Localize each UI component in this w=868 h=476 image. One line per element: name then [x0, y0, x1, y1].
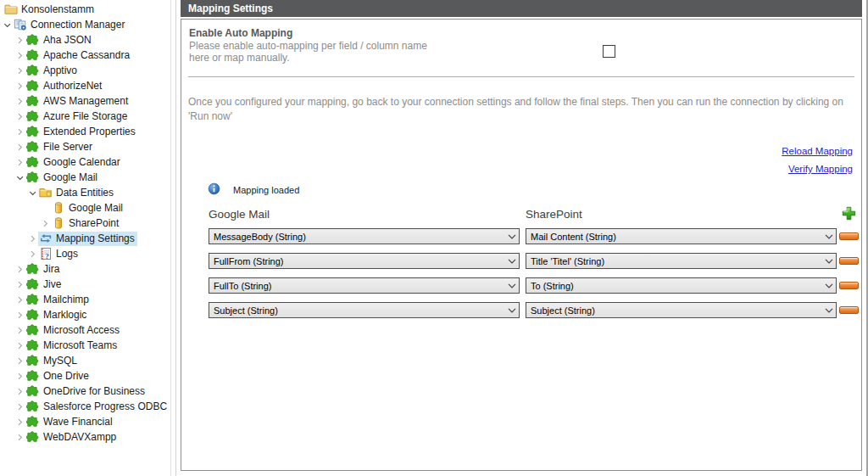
chevron-right-icon[interactable] — [14, 371, 25, 382]
sidebar-item-google-mail[interactable]: Google Mail — [0, 170, 170, 185]
connector-icon — [26, 415, 40, 428]
sidebar-item-logs[interactable]: Logs — [0, 246, 170, 261]
sidebar-item-mysql[interactable]: MySQL — [0, 353, 170, 368]
sidebar-item-label: Jira — [42, 262, 62, 277]
sidebar-item-wave-financial[interactable]: Wave Financial — [0, 414, 170, 429]
sidebar-item-onedrive-for-business[interactable]: OneDrive for Business — [0, 384, 170, 399]
chevron-right-icon[interactable] — [14, 386, 25, 397]
add-mapping-button[interactable] — [842, 206, 856, 221]
connector-icon — [26, 125, 40, 138]
sidebar-item-label: AuthorizeNet — [42, 79, 104, 93]
sidebar-item-azure-file-storage[interactable]: Azure File Storage — [0, 109, 170, 124]
verify-mapping-link[interactable]: Verify Mapping — [788, 164, 853, 174]
sidebar-item-konsolenstamm[interactable]: Konsolenstamm — [0, 2, 170, 17]
sidebar-item-mapping-settings[interactable]: Mapping Settings — [0, 231, 170, 246]
sidebar-item-label: Google Mail — [42, 171, 100, 185]
chevron-right-icon[interactable] — [14, 96, 25, 107]
sidebar-item-jira[interactable]: Jira — [0, 261, 170, 277]
sidebar-item-data-entities[interactable]: Data Entities — [0, 185, 170, 200]
target-field-dropdown[interactable]: Title 'Titel' (String) — [526, 253, 837, 269]
chevron-right-icon[interactable] — [14, 142, 25, 153]
sidebar-item-connection-manager[interactable]: Connection Manager — [0, 17, 170, 32]
source-field-dropdown[interactable]: MessageBody (String) — [209, 228, 520, 244]
panel-splitter[interactable] — [175, 0, 176, 476]
mapping-settings-panel: Mapping Settings Enable Auto Mapping Ple… — [181, 0, 862, 476]
chevron-right-icon[interactable] — [14, 325, 25, 336]
chevron-right-icon[interactable] — [14, 264, 25, 275]
target-field-dropdown[interactable]: Subject (String) — [526, 302, 837, 318]
sidebar-item-label: Extended Properties — [42, 125, 138, 139]
sidebar-item-apptivo[interactable]: Apptivo — [0, 63, 170, 78]
chevron-right-icon[interactable] — [14, 310, 25, 321]
chevron-right-icon[interactable] — [14, 35, 25, 46]
sidebar-item-aws-management[interactable]: AWS Management — [0, 93, 170, 109]
sidebar-item-aha-json[interactable]: Aha JSON — [0, 32, 170, 48]
chevron-right-icon[interactable] — [14, 126, 25, 137]
sidebar-item-extended-properties[interactable]: Extended Properties — [0, 124, 170, 139]
sidebar-item-google-calendar[interactable]: Google Calendar — [0, 154, 170, 170]
source-field-dropdown[interactable]: FullTo (String) — [209, 277, 520, 294]
chevron-down-icon — [822, 283, 836, 288]
sidebar-item-salesforce-progress-odbc[interactable]: Salesforce Progress ODBC — [0, 399, 170, 414]
remove-mapping-button[interactable] — [839, 257, 859, 265]
connector-icon — [26, 140, 40, 154]
dropdown-value: Title 'Titel' (String) — [526, 256, 822, 266]
chevron-down-icon[interactable] — [27, 188, 38, 199]
chevron-right-icon[interactable] — [14, 50, 25, 61]
auto-mapping-checkbox[interactable] — [603, 45, 615, 58]
sidebar-item-file-server[interactable]: File Server — [0, 139, 170, 154]
chevron-right-icon[interactable] — [14, 157, 25, 168]
chevron-right-icon[interactable] — [14, 432, 25, 443]
remove-mapping-button[interactable] — [839, 282, 859, 289]
chevron-right-icon[interactable] — [14, 294, 25, 305]
source-field-dropdown[interactable]: Subject (String) — [209, 302, 520, 318]
sidebar-item-label: Jive — [42, 277, 64, 292]
auto-mapping-title: Enable Auto Mapping — [189, 27, 292, 39]
chevron-right-icon[interactable] — [14, 111, 25, 122]
connector-icon — [26, 171, 40, 184]
remove-mapping-button[interactable] — [839, 306, 859, 314]
chevron-right-icon[interactable] — [14, 340, 25, 351]
sidebar-item-label: AWS Management — [42, 94, 131, 109]
target-column-header: SharePoint — [526, 208, 582, 221]
info-icon — [208, 182, 220, 195]
chevron-right-icon[interactable] — [27, 233, 38, 244]
dropdown-value: Subject (String) — [526, 305, 822, 316]
connector-icon — [26, 94, 40, 108]
sidebar-item-apache-cassandra[interactable]: Apache Cassandra — [0, 48, 170, 63]
remove-mapping-button[interactable] — [839, 232, 859, 240]
target-field-dropdown[interactable]: Mail Content (String) — [526, 228, 837, 244]
reload-mapping-link[interactable]: Reload Mapping — [782, 146, 853, 156]
source-field-dropdown[interactable]: FullFrom (String) — [209, 253, 520, 269]
chevron-right-icon[interactable] — [14, 279, 25, 290]
chevron-right-icon[interactable] — [14, 401, 25, 412]
chevron-right-icon[interactable] — [14, 356, 25, 367]
connector-icon — [26, 339, 40, 352]
connector-icon — [26, 64, 40, 77]
connector-icon — [26, 308, 40, 322]
sidebar-item-entity-google-mail[interactable]: Google Mail — [0, 200, 170, 216]
sidebar-item-jive[interactable]: Jive — [0, 277, 170, 292]
sidebar-item-webdavxampp[interactable]: WebDAVXampp — [0, 429, 170, 445]
sidebar-item-label: Konsolenstamm — [20, 3, 97, 17]
sidebar-item-microsoft-teams[interactable]: Microsoft Teams — [0, 338, 170, 353]
sidebar-item-one-drive[interactable]: One Drive — [0, 368, 170, 384]
sidebar-item-microsoft-access[interactable]: Microsoft Access — [0, 322, 170, 338]
sidebar-item-marklogic[interactable]: Marklogic — [0, 307, 170, 322]
sidebar-item-label: Wave Financial — [42, 415, 115, 429]
chevron-down-icon[interactable] — [2, 20, 13, 31]
dropdown-value: To (String) — [526, 281, 822, 291]
chevron-right-icon[interactable] — [27, 249, 38, 260]
sidebar-item-mailchimp[interactable]: Mailchimp — [0, 292, 170, 307]
sidebar-item-authorizenet[interactable]: AuthorizeNet — [0, 78, 170, 93]
chevron-right-icon[interactable] — [14, 81, 25, 92]
target-field-dropdown[interactable]: To (String) — [526, 277, 837, 294]
sidebar-item-entity-sharepoint[interactable]: SharePoint — [0, 216, 170, 231]
chevron-right-icon[interactable] — [40, 218, 51, 229]
sidebar-item-label: Mapping Settings — [55, 232, 137, 246]
connector-icon — [26, 262, 40, 276]
chevron-right-icon[interactable] — [14, 65, 25, 76]
chevron-right-icon[interactable] — [14, 417, 25, 428]
connector-icon — [26, 323, 40, 337]
chevron-down-icon[interactable] — [14, 172, 25, 183]
